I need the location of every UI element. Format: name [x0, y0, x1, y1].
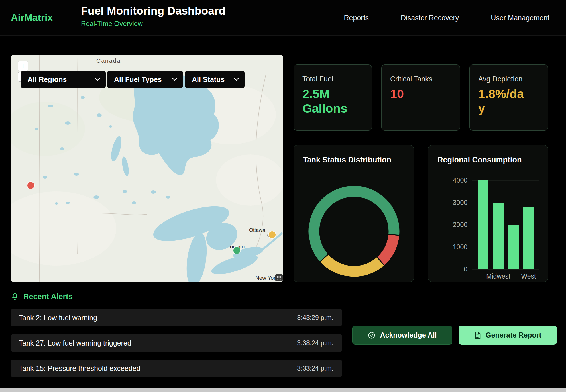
- document-icon: [474, 331, 481, 339]
- alert-row[interactable]: Tank 2: Low fuel warning 3:43:29 p.m.: [11, 309, 342, 326]
- alert-timestamp: 3:33:24 p.m.: [297, 365, 333, 372]
- bar-ytick-label: 0: [443, 266, 467, 273]
- bar-gridline: [472, 269, 539, 270]
- region-filter-value: All Regions: [28, 75, 67, 84]
- bar-ytick-label: 2000: [443, 221, 467, 229]
- alert-message: Tank 2: Low fuel warning: [19, 314, 97, 322]
- map-marker-critical[interactable]: [27, 182, 34, 189]
- alert-timestamp: 3:38:24 p.m.: [297, 339, 333, 347]
- horizontal-scrollbar[interactable]: [0, 388, 566, 392]
- map-label-canada: Canada: [96, 57, 121, 64]
- fuel-type-filter-value: All Fuel Types: [114, 75, 162, 84]
- stat-label: Total Fuel: [302, 75, 363, 83]
- check-circle-icon: [368, 331, 376, 339]
- alert-message: Tank 27: Low fuel warning triggered: [19, 339, 131, 347]
- nav-reports[interactable]: Reports: [344, 14, 369, 22]
- map-marker-normal[interactable]: [233, 247, 241, 254]
- drag-dots-icon: [277, 275, 281, 280]
- map-label-ottawa: Ottawa: [249, 227, 266, 233]
- acknowledge-all-label: Acknowledge All: [380, 331, 437, 339]
- bar-ytick-label: 3000: [443, 199, 467, 207]
- map-zoom-in-button[interactable]: +: [18, 61, 28, 71]
- stat-card-avg-depletion: Avg Depletion 1.8%/day: [469, 64, 548, 131]
- page-subtitle: Real-Time Overview: [81, 20, 225, 28]
- generate-report-label: Generate Report: [486, 331, 541, 339]
- nav-user-management[interactable]: User Management: [491, 14, 549, 22]
- stat-label: Avg Depletion: [478, 75, 539, 83]
- title-block: Fuel Monitoring Dashboard Real-Time Over…: [81, 5, 225, 28]
- stat-label: Critical Tanks: [390, 75, 451, 83]
- chevron-down-icon: [95, 78, 100, 81]
- alert-timestamp: 3:43:29 p.m.: [297, 314, 333, 322]
- fuel-map[interactable]: Canada Ottawa Toronto New York + − All R…: [11, 55, 283, 282]
- regional-consumption-card: Regional Consumption 01000200030004000Mi…: [428, 145, 548, 282]
- acknowledge-all-button[interactable]: Acknowledge All: [352, 326, 452, 345]
- bell-icon: [11, 293, 19, 301]
- stat-value: 2.5M Gallons: [302, 87, 354, 115]
- bar-region-3[interactable]: [523, 207, 534, 269]
- bar-ytick-label: 1000: [443, 243, 467, 251]
- generate-report-button[interactable]: Generate Report: [459, 326, 557, 345]
- recent-alerts-header: Recent Alerts: [11, 292, 73, 301]
- brand-logo[interactable]: AirMatrix: [11, 12, 53, 23]
- fuel-type-filter-dropdown[interactable]: All Fuel Types: [107, 71, 183, 88]
- bar-region-0[interactable]: [478, 180, 488, 269]
- app-header: AirMatrix Fuel Monitoring Dashboard Real…: [0, 0, 566, 36]
- bar-region-2[interactable]: [508, 225, 519, 269]
- map-resize-handle[interactable]: [275, 274, 283, 281]
- nav-disaster-recovery[interactable]: Disaster Recovery: [401, 14, 459, 22]
- regional-consumption-bar-chart: 01000200030004000MidwestWest: [428, 145, 548, 282]
- tank-status-distribution-card: Tank Status Distribution: [294, 145, 414, 282]
- stat-card-total-fuel: Total Fuel 2.5M Gallons: [294, 64, 372, 131]
- page-title: Fuel Monitoring Dashboard: [81, 5, 225, 17]
- donut-segment-warning[interactable]: [320, 254, 384, 277]
- map-marker-warning[interactable]: [268, 231, 276, 238]
- stat-value: 10: [390, 87, 441, 101]
- status-filter-value: All Status: [192, 75, 225, 84]
- tank-status-donut-chart: [294, 145, 414, 282]
- chevron-down-icon: [234, 78, 239, 81]
- alert-row[interactable]: Tank 15: Pressure threshold exceeded 3:3…: [11, 360, 342, 377]
- bar-region-1[interactable]: [493, 203, 504, 269]
- region-filter-dropdown[interactable]: All Regions: [21, 71, 106, 88]
- map-label-new-york: New York: [255, 275, 278, 281]
- status-filter-dropdown[interactable]: All Status: [185, 71, 245, 88]
- stat-value: 1.8%/day: [478, 87, 530, 115]
- chevron-down-icon: [172, 78, 177, 81]
- bar-ytick-label: 4000: [443, 177, 467, 184]
- alert-message: Tank 15: Pressure threshold exceeded: [19, 364, 141, 373]
- recent-alerts-title: Recent Alerts: [23, 292, 73, 301]
- map-basemap: Canada Ottawa Toronto New York: [11, 55, 283, 282]
- bar-xlabel: West: [509, 273, 548, 280]
- stat-card-critical-tanks: Critical Tanks 10: [381, 64, 460, 131]
- alert-row[interactable]: Tank 27: Low fuel warning triggered 3:38…: [11, 334, 342, 352]
- main-nav: Reports Disaster Recovery User Managemen…: [344, 0, 549, 35]
